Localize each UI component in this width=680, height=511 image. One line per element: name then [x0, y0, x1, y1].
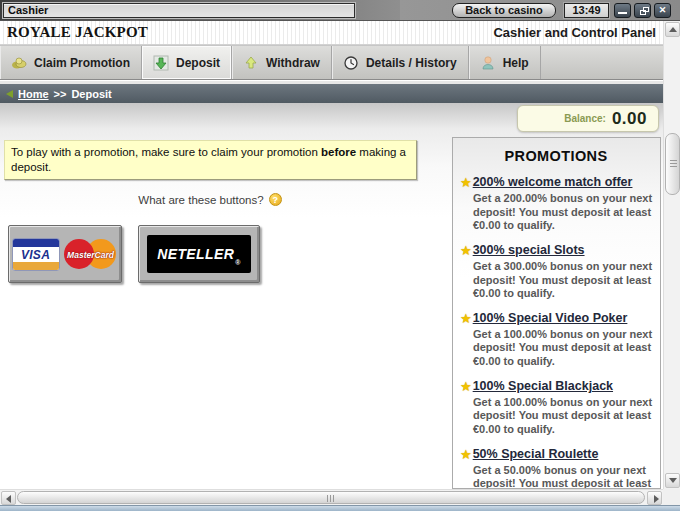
tab-withdraw[interactable]: Withdraw [232, 46, 332, 79]
tab-label: Help [503, 56, 529, 70]
balance-value: 0.00 [612, 109, 647, 129]
tab-help[interactable]: Help [469, 46, 541, 79]
payment-methods-row: VISA MasterCard NETELLER ® [8, 225, 260, 283]
mastercard-wordmark: MasterCard [63, 250, 119, 260]
question-text: What are these buttons? [138, 194, 263, 206]
promo-item: ★ 50% Special Roulette Get a 50.00% bonu… [460, 447, 652, 489]
scroll-down-button[interactable] [665, 473, 680, 488]
tab-deposit[interactable]: Deposit [142, 46, 232, 79]
scroll-up-icon [669, 27, 677, 32]
promotions-panel: PROMOTIONS ★ 200% welcome match offer Ge… [452, 137, 661, 489]
scroll-right-button[interactable] [647, 491, 662, 505]
promo-link[interactable]: 200% welcome match offer [473, 175, 633, 189]
balance-label: Balance: [564, 113, 606, 124]
promo-description: Get a 100.00% bonus on your next deposit… [473, 328, 655, 368]
mastercard-logo: MasterCard [63, 237, 119, 271]
withdraw-up-arrow-icon [243, 55, 259, 71]
clock-display: 13:49 [564, 3, 609, 18]
title-bar: Cashier Back to casino 13:49 ✕ [0, 0, 680, 21]
star-icon: ★ [460, 244, 472, 257]
star-icon: ★ [460, 448, 472, 461]
star-icon: ★ [460, 380, 472, 393]
balance-box: Balance: 0.00 [517, 105, 659, 132]
header: ROYALE JACKPOT Cashier and Control Panel [0, 21, 663, 45]
breadcrumb-current: Deposit [71, 88, 111, 100]
tab-label: Claim Promotion [34, 56, 130, 70]
breadcrumb-home-link[interactable]: Home [18, 88, 49, 100]
star-icon: ★ [460, 312, 472, 325]
breadcrumb: Home >> Deposit [0, 84, 663, 103]
cashier-window: Cashier Back to casino 13:49 ✕ ROYALE JA… [0, 0, 680, 511]
visa-wordmark: VISA [13, 247, 59, 263]
notice-bold-word: before [321, 146, 356, 158]
minimize-icon [618, 12, 627, 14]
neteller-logo: NETELLER ® [147, 235, 251, 273]
clock-icon [343, 55, 359, 71]
question-row: What are these buttons? ? [0, 193, 420, 206]
visa-mastercard-button[interactable]: VISA MasterCard [8, 225, 122, 283]
horizontal-scrollbar-thumb[interactable] [17, 491, 645, 504]
neteller-button[interactable]: NETELLER ® [138, 225, 260, 283]
back-to-casino-button[interactable]: Back to casino [452, 3, 556, 18]
promo-description: Get a 100.00% bonus on your next deposit… [473, 396, 655, 436]
promo-description: Get a 50.00% bonus on your next deposit!… [473, 464, 655, 489]
promo-item: ★ 200% welcome match offer Get a 200.00%… [460, 175, 652, 232]
claim-promotion-hands-icon [11, 55, 27, 71]
main-content: Balance: 0.00 To play with a promotion, … [0, 103, 663, 489]
promo-description: Get a 200.00% bonus on your next deposit… [473, 192, 655, 232]
scrollbar-grip-icon [327, 495, 336, 502]
scroll-left-button[interactable] [1, 491, 16, 505]
promo-item: ★ 100% Special Blackjack Get a 100.00% b… [460, 379, 652, 436]
breadcrumb-separator: >> [54, 88, 67, 100]
promo-link[interactable]: 100% Special Video Poker [473, 311, 628, 325]
window-bottom-edge [0, 505, 680, 511]
registered-trademark: ® [235, 259, 241, 266]
restore-button[interactable] [634, 3, 651, 18]
notice-text: To play with a promotion, make sure to c… [11, 146, 321, 158]
help-question-icon[interactable]: ? [269, 193, 282, 206]
vertical-scrollbar[interactable] [663, 21, 680, 489]
person-icon [480, 55, 496, 71]
promo-description: Get a 300.00% bonus on your next deposit… [473, 260, 655, 300]
page-title: Cashier and Control Panel [493, 25, 656, 40]
scrollbar-corner [663, 489, 680, 505]
promo-item: ★ 100% Special Video Poker Get a 100.00%… [460, 311, 652, 368]
promotion-notice: To play with a promotion, make sure to c… [4, 140, 417, 180]
scrollbar-grip-icon [670, 160, 677, 169]
scroll-right-icon [654, 495, 659, 503]
close-button[interactable]: ✕ [654, 3, 671, 18]
scroll-down-icon [669, 478, 677, 483]
deposit-down-arrow-icon [153, 55, 169, 71]
vertical-scrollbar-thumb[interactable] [665, 133, 680, 195]
neteller-wordmark: NETELLER [157, 246, 234, 262]
tab-bar: Claim Promotion Deposit Withdraw Details… [0, 45, 663, 80]
minimize-button[interactable] [614, 3, 631, 18]
window-title: Cashier [3, 3, 355, 18]
tab-details-history[interactable]: Details / History [332, 46, 469, 79]
scroll-up-button[interactable] [665, 22, 680, 37]
tab-label: Withdraw [266, 56, 320, 70]
star-icon: ★ [460, 176, 472, 189]
promo-link[interactable]: 100% Special Blackjack [473, 379, 613, 393]
scroll-left-icon [6, 495, 11, 503]
brand-logo: ROYALE JACKPOT [7, 24, 148, 41]
horizontal-scrollbar[interactable] [0, 489, 663, 505]
visa-logo: VISA [12, 238, 60, 271]
promo-link[interactable]: 300% special Slots [473, 243, 585, 257]
back-triangle-icon [6, 90, 13, 98]
promo-link[interactable]: 50% Special Roulette [473, 447, 599, 461]
tab-label: Details / History [366, 56, 457, 70]
tab-claim-promotion[interactable]: Claim Promotion [0, 46, 142, 79]
promotions-title: PROMOTIONS [460, 148, 652, 164]
promo-item: ★ 300% special Slots Get a 300.00% bonus… [460, 243, 652, 300]
tab-label: Deposit [176, 56, 220, 70]
